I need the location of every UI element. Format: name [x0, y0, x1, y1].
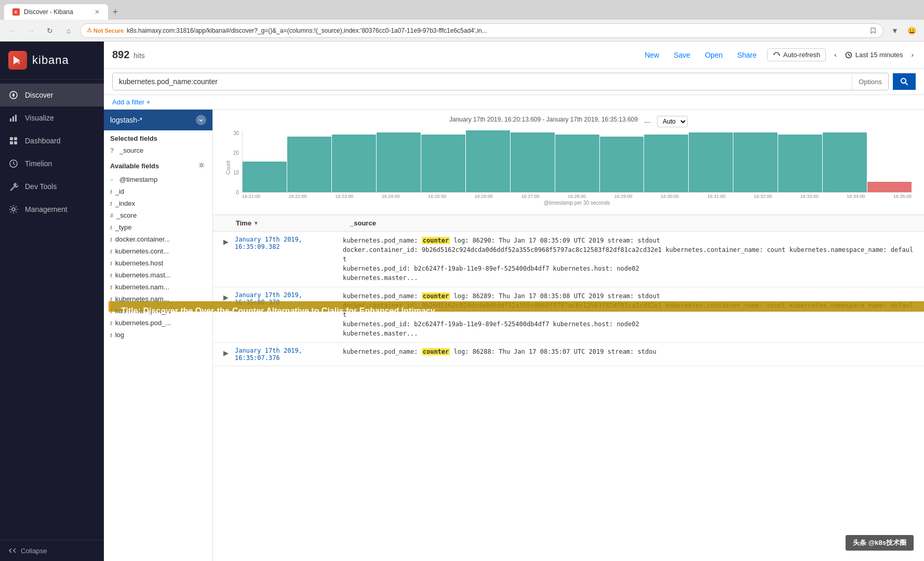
bar-5: [466, 130, 510, 192]
available-field-index[interactable]: t _index: [104, 197, 212, 209]
nav-item-dashboard[interactable]: Dashboard: [0, 129, 104, 152]
nav-item-discover[interactable]: Discover: [0, 84, 104, 106]
available-field-k8s-master[interactable]: t kubernetes.mast...: [104, 269, 212, 281]
available-field-timestamp[interactable]: ○ @timestamp: [104, 173, 212, 185]
available-field-docker-container[interactable]: t docker.container...: [104, 233, 212, 245]
auto-refresh-button[interactable]: Auto-refresh: [767, 48, 826, 61]
available-field-score[interactable]: # _score: [104, 209, 212, 221]
nav-item-management[interactable]: Management: [0, 198, 104, 221]
selected-field-source[interactable]: ? _source: [104, 144, 212, 156]
x-label-3: 16:24:00: [382, 194, 400, 199]
forward-button[interactable]: →: [24, 23, 38, 38]
svg-line-21: [905, 83, 907, 85]
bar-11: [733, 132, 778, 192]
svg-rect-10: [10, 141, 13, 144]
nav-item-devtools[interactable]: Dev Tools: [0, 175, 104, 198]
compass-icon: [8, 90, 19, 100]
chart-separator: —: [644, 118, 651, 126]
ad-banner: Title: Discover the Over-the-Counter Alt…: [109, 301, 924, 312]
result-source-0: kubernetes.pod_name: counter log: 86290:…: [343, 236, 916, 283]
selected-fields-label: Selected fields: [110, 135, 157, 142]
field-type-t7: t: [110, 272, 112, 278]
available-field-k8s-cont[interactable]: t kubernetes.cont...: [104, 245, 212, 257]
time-range-display: Last 15 minutes: [845, 51, 903, 59]
new-tab-button[interactable]: +: [108, 5, 123, 19]
chart-subtitle: @timestamp per 30 seconds: [544, 200, 610, 206]
field-type-t11: t: [110, 320, 112, 326]
tab-title: Discover - Kibana: [24, 8, 73, 16]
tab-close-button[interactable]: ✕: [95, 8, 100, 16]
available-field-k8s-pod-name[interactable]: t kubernetes.pod_...: [104, 317, 212, 329]
available-fields-label: Available fields: [110, 162, 159, 170]
svg-rect-8: [10, 137, 13, 140]
bar-6: [511, 132, 555, 192]
available-field-id[interactable]: t _id: [104, 185, 212, 197]
field-name-k8s-pod-name: kubernetes.pod_...: [115, 319, 171, 327]
search-input[interactable]: [113, 73, 852, 90]
nav-item-visualize[interactable]: Visualize: [0, 106, 104, 129]
options-button[interactable]: Options: [852, 74, 888, 90]
field-name-k8s-host: kubernetes.host: [115, 259, 164, 267]
logo-text: kibana: [32, 54, 69, 67]
x-label-7: 16:28:00: [568, 194, 586, 199]
available-field-log[interactable]: t log: [104, 329, 212, 341]
results-col-time-header[interactable]: Time ▼: [236, 219, 350, 227]
home-button[interactable]: ⌂: [61, 23, 76, 38]
available-fields-gear-button[interactable]: [197, 161, 206, 171]
browser-nav-bar: ← → ↻ ⌂ ⚠ Not Secure k8s.haimaxy.com:318…: [0, 20, 924, 42]
ad-banner-text: Title: Discover the Over-the-Counter Alt…: [121, 306, 435, 315]
x-label-5: 16:26:00: [475, 194, 493, 199]
chart-wrapper: 30 20 10 0 Count: [225, 130, 912, 208]
nav-item-timelion[interactable]: Timelion: [0, 152, 104, 175]
time-col-label: Time: [236, 219, 251, 227]
expand-row-0-button[interactable]: ▶: [221, 237, 231, 247]
bar-0: [243, 162, 287, 193]
bar-2: [332, 135, 376, 192]
save-button[interactable]: Save: [669, 49, 694, 61]
bar-chart-icon: [8, 113, 19, 123]
bar-14: [867, 182, 912, 192]
back-button[interactable]: ←: [5, 23, 20, 38]
index-pattern[interactable]: logstash-*: [104, 110, 212, 130]
body-area: logstash-* Selected fields ? _source Ava…: [104, 110, 924, 561]
source-detail-0: docker.container_id: 9b26d5162c924dcda0d…: [343, 246, 913, 263]
available-field-k8s-nam1[interactable]: t kubernetes.nam...: [104, 281, 212, 293]
table-row: ▶ January 17th 2019, 16:35:07.376 kubern…: [213, 343, 924, 366]
collapse-button[interactable]: Collapse: [0, 540, 104, 561]
active-tab[interactable]: K Discover - Kibana ✕: [4, 4, 108, 20]
chart-interval-select[interactable]: Auto: [657, 116, 688, 127]
address-bar[interactable]: ⚠ Not Secure k8s.haimaxy.com:31816/app/k…: [80, 23, 883, 38]
share-button[interactable]: Share: [733, 49, 760, 61]
y-label-30: 30: [225, 130, 239, 136]
search-button[interactable]: [893, 73, 916, 90]
add-filter-button[interactable]: Add a filter +: [112, 98, 150, 106]
expand-row-2-button[interactable]: ▶: [221, 348, 231, 358]
profile-button[interactable]: 😀: [904, 23, 919, 38]
field-name-score: _score: [116, 211, 137, 219]
svg-line-19: [849, 55, 850, 56]
svg-point-22: [200, 164, 203, 167]
logo-area: kibana: [0, 42, 104, 79]
reload-button[interactable]: ↻: [43, 23, 57, 38]
watermark-text: 头条 @k8s技术圈: [853, 539, 906, 546]
sidebar-collapse-arrow[interactable]: [196, 115, 206, 125]
field-type-t2: t: [110, 201, 112, 207]
kibana-logo-icon: [8, 51, 27, 70]
available-field-type[interactable]: t _type: [104, 221, 212, 233]
next-time-button[interactable]: ›: [909, 49, 916, 61]
browser-chrome: K Discover - Kibana ✕ + ← → ↻ ⌂ ⚠ Not Se…: [0, 0, 924, 42]
chart-bars-container: [242, 130, 912, 193]
results-area[interactable]: Time ▼ _source ▶ January 17th 2019, 16:3…: [213, 215, 924, 561]
open-button[interactable]: Open: [701, 49, 727, 61]
bar-7: [555, 135, 599, 192]
available-field-k8s-host[interactable]: t kubernetes.host: [104, 257, 212, 269]
field-name-k8s-nam1: kubernetes.nam...: [115, 283, 169, 291]
highlight-0: counter: [422, 237, 450, 244]
field-name-id: _id: [115, 188, 124, 195]
search-input-wrapper[interactable]: Options: [112, 73, 889, 90]
new-button[interactable]: New: [640, 49, 663, 61]
prev-time-button[interactable]: ‹: [832, 49, 838, 61]
extensions-button[interactable]: ▼: [888, 23, 902, 38]
gear-icon: [198, 162, 205, 169]
security-warning: ⚠ Not Secure: [87, 27, 124, 34]
